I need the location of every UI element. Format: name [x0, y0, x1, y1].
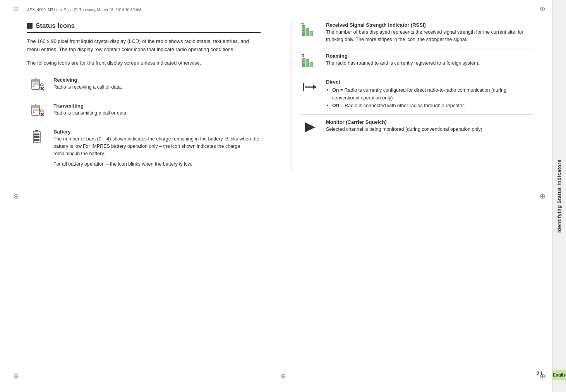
svg-text:R: R [302, 23, 304, 25]
svg-rect-16 [34, 139, 39, 141]
rssi-body: The number of bars displayed represents … [326, 29, 533, 43]
direct-on-label: On [332, 87, 339, 93]
direct-row: Direct On = Radio is currently configure… [300, 74, 533, 115]
transmitting-desc: Transmitting Radio is transmitting a cal… [53, 103, 261, 117]
corner-mid-r-mark: ⊕ [538, 192, 547, 200]
corner-mid-l-mark: ⊕ [12, 192, 20, 200]
battery-desc: Battery The number of bars (0 – 4) shown… [53, 129, 261, 168]
corner-bl-mark: ⊕ [12, 372, 20, 380]
rssi-title: Received Signal Strength Indicator (RSSI… [326, 22, 533, 28]
transmitting-icon-cell [27, 103, 47, 119]
rssi-row: R Received Signal Strength Indicator (RS… [300, 22, 533, 48]
main-content: APX_4000_M3.book Page 21 Thursday, March… [0, 0, 552, 392]
svg-marker-41 [313, 85, 317, 89]
battery-icon-cell [27, 129, 47, 145]
rssi-icon: R [301, 23, 318, 38]
roaming-row: R Roaming The radio has roamed to and is… [300, 48, 533, 74]
svg-rect-26 [310, 31, 313, 36]
corner-tl-mark: ⊕ [12, 5, 20, 13]
header-bar: APX_4000_M3.book Page 21 Thursday, March… [27, 8, 533, 14]
rssi-icon-cell: R [300, 22, 320, 38]
direct-on-text: = Radio is currently configured for dire… [332, 87, 506, 101]
rssi-desc: Received Signal Strength Indicator (RSSI… [326, 22, 533, 43]
svg-rect-17 [34, 136, 39, 138]
battery-title: Battery [53, 129, 261, 135]
right-column: R Received Signal Strength Indicator (RS… [292, 22, 533, 172]
roaming-desc: Roaming The radio has roamed to and is c… [326, 53, 533, 67]
transmitting-title: Transmitting [53, 103, 261, 109]
section-title-text: Status Icons [36, 22, 75, 30]
roaming-title: Roaming [326, 53, 533, 59]
corner-mid-bottom-mark: ⊕ [279, 372, 287, 380]
direct-bullet-on: On = Radio is currently configured for d… [326, 86, 533, 102]
title-square-icon [27, 23, 33, 29]
monitor-icon [301, 120, 318, 135]
svg-rect-8 [32, 105, 39, 108]
side-tab-title: Identifying Status Indicators [556, 159, 562, 233]
direct-off-text: = Radio is connected with other radios t… [339, 103, 465, 108]
monitor-icon-cell [300, 119, 320, 135]
svg-point-5 [33, 86, 34, 87]
transmitting-icon [29, 104, 46, 118]
battery-body2: For all battery operation – the icon bli… [53, 161, 261, 168]
svg-rect-1 [32, 79, 39, 82]
receiving-icon [29, 78, 46, 92]
svg-rect-6 [33, 83, 39, 85]
svg-point-11 [33, 111, 34, 113]
receiving-body: Radio is receiving a call or data. [53, 84, 261, 91]
corner-tr-mark: ⊕ [538, 5, 547, 13]
battery-icon [29, 130, 46, 144]
header-text: APX_4000_M3.book Page 21 Thursday, March… [27, 8, 141, 12]
two-column-layout: Status Icons The 160 x 90 pixel front li… [27, 22, 533, 172]
side-tab: Identifying Status Indicators English [552, 0, 566, 392]
svg-rect-35 [306, 59, 309, 67]
transmitting-row: Transmitting Radio is transmitting a cal… [27, 98, 261, 124]
intro-paragraph-1: The 160 x 90 pixel front liquid crystal … [27, 38, 261, 54]
page-number: 21 [536, 370, 543, 377]
roaming-body: The radio has roamed to and is currently… [326, 60, 533, 67]
intro-paragraph-2: The following icons are for the front di… [27, 59, 261, 67]
svg-rect-10 [33, 109, 39, 111]
monitor-row: Monitor (Carrier Squelch) Selected chann… [300, 115, 533, 140]
section-title: Status Icons [27, 22, 261, 33]
svg-rect-36 [310, 62, 313, 67]
direct-bullets: On = Radio is currently configured for d… [326, 86, 533, 110]
svg-rect-15 [35, 130, 38, 132]
monitor-title: Monitor (Carrier Squelch) [326, 119, 533, 125]
direct-off-label: Off [332, 103, 339, 108]
svg-rect-25 [306, 28, 309, 36]
receiving-desc: Receiving Radio is receiving a call or d… [53, 77, 261, 91]
page-container: ⊕ ⊕ ⊕ ⊕ ⊕ ⊕ ⊕ APX_4000_M3.book Page 21 T… [0, 0, 566, 392]
transmitting-body: Radio is transmitting a call or data. [53, 110, 261, 117]
direct-desc: Direct On = Radio is currently configure… [326, 79, 533, 110]
roaming-icon-cell: R [300, 53, 320, 69]
left-column: Status Icons The 160 x 90 pixel front li… [27, 22, 268, 172]
direct-icon [301, 80, 318, 94]
direct-icon-cell [300, 79, 320, 95]
roaming-icon: R [301, 54, 318, 68]
receiving-title: Receiving [53, 77, 261, 83]
monitor-desc: Monitor (Carrier Squelch) Selected chann… [326, 119, 533, 133]
monitor-body: Selected channel is being monitored (dur… [326, 126, 533, 133]
svg-rect-18 [34, 134, 39, 135]
direct-bullet-off: Off = Radio is connected with other radi… [326, 102, 533, 110]
svg-rect-39 [303, 83, 304, 91]
battery-body1: The number of bars (0 – 4) shown indicat… [53, 135, 261, 157]
side-tab-english: English [552, 370, 566, 380]
receiving-icon-cell [27, 77, 47, 93]
battery-row: Battery The number of bars (0 – 4) shown… [27, 124, 261, 172]
receiving-row: Receiving Radio is receiving a call or d… [27, 72, 261, 98]
svg-marker-42 [305, 122, 315, 132]
svg-text:R: R [302, 54, 305, 58]
direct-title: Direct [326, 79, 533, 85]
